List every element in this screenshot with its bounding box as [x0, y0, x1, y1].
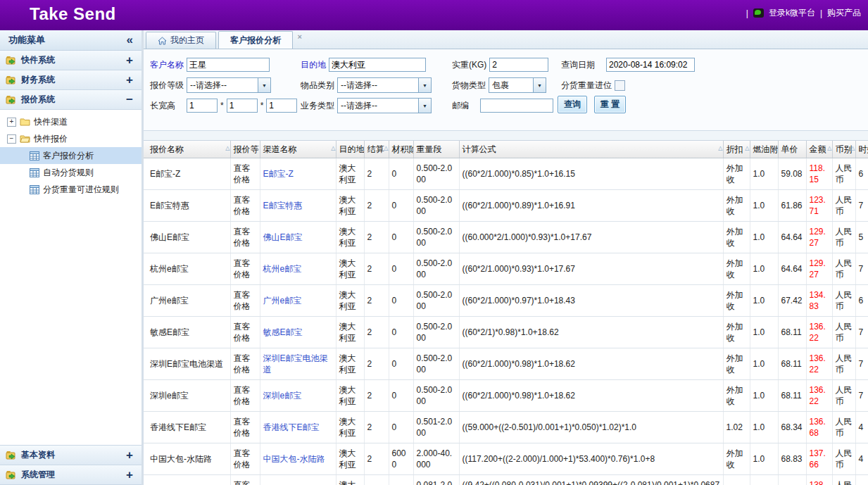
dropdown-arrow-icon[interactable]: ▼ [533, 78, 546, 92]
column-header-7[interactable]: 计算公式△ [459, 141, 723, 158]
tree-leaf-split-weight-carry-rules[interactable]: 分货重量可进位规则 [0, 181, 141, 198]
close-tab-icon[interactable]: × [298, 32, 302, 41]
expand-icon[interactable]: + [126, 468, 133, 482]
quote-level-cell: 直客价格 [230, 475, 260, 485]
column-header-11[interactable]: 金额△ [806, 141, 832, 158]
sidebar-section-express-system[interactable]: 快件系统 + [0, 51, 141, 70]
sidebar-header: 功能菜单 « [0, 30, 141, 51]
quote-level-select[interactable]: --请选择-- ▼ [187, 77, 271, 93]
fuel-surcharge-cell: 1.0 [750, 380, 778, 412]
sidebar-section-quote-system[interactable]: 报价系统 − [0, 90, 141, 110]
column-header-1[interactable]: 报价等 [230, 141, 260, 158]
column-header-4[interactable]: 结算△ [364, 141, 389, 158]
channel-link[interactable]: 香港线下E邮宝 [263, 422, 320, 432]
channel-link[interactable]: 杭州e邮宝 [263, 264, 302, 274]
dropdown-arrow-icon[interactable]: ▼ [418, 99, 431, 113]
channel-link[interactable]: 广州e邮宝 [263, 296, 302, 306]
column-label: 报价等 [234, 144, 259, 154]
height-input[interactable] [266, 99, 297, 113]
column-header-3[interactable]: 目的地△ [336, 141, 364, 158]
formula-cell: ((60*2/1.000)*0.85)*1.0+16.15 [459, 158, 723, 190]
channel-link-cell[interactable]: 佛山E邮宝 [260, 222, 336, 253]
channel-link-cell[interactable]: 中国大包-水陆路 [260, 443, 336, 475]
reset-button[interactable]: 重 置 [594, 96, 626, 113]
sort-icon[interactable]: △ [718, 145, 722, 151]
tree-expand-icon[interactable]: + [7, 118, 16, 127]
quote-name-cell: 香港线下E邮宝 [144, 412, 230, 443]
column-header-2[interactable]: 渠道名称△ [260, 141, 336, 158]
sort-icon[interactable]: △ [745, 145, 749, 151]
dropdown-arrow-icon[interactable]: ▼ [418, 78, 431, 92]
channel-link[interactable]: 敏感E邮宝 [263, 327, 303, 337]
column-header-12[interactable]: 币别△ [832, 141, 855, 158]
channel-link[interactable]: E邮宝-Z [263, 169, 294, 179]
channel-link-cell[interactable]: E邮宝-Z [260, 158, 336, 190]
settle-weight-cell: 2 [364, 443, 389, 475]
sort-icon[interactable]: △ [850, 145, 855, 151]
channel-link[interactable]: E邮宝特惠 [263, 201, 303, 210]
length-input[interactable] [187, 99, 218, 113]
weight-range-cell: 0.500-2.000 [413, 317, 459, 348]
query-date-input[interactable] [606, 58, 695, 72]
volume-divisor-cell: 0 [389, 190, 413, 222]
table-row: 敏感E邮宝直客价格敏感E邮宝澳大利亚200.500-2.000((60*2/1)… [144, 317, 868, 348]
fuel-surcharge-cell: 1.0 [750, 317, 778, 348]
sort-icon[interactable]: △ [331, 145, 335, 151]
channel-link-cell[interactable]: 佛山平邮 [260, 475, 336, 485]
discount-cell: 外加收 [723, 253, 750, 285]
collapse-sidebar-icon[interactable]: « [127, 33, 133, 47]
actual-weight-input[interactable] [489, 58, 548, 72]
channel-link-cell[interactable]: E邮宝特惠 [260, 190, 336, 222]
buy-product-link[interactable]: 购买产品 [827, 7, 861, 19]
column-header-5[interactable]: 材积除△ [389, 141, 413, 158]
width-input[interactable] [227, 99, 258, 113]
tree-collapse-icon[interactable]: − [7, 134, 16, 144]
tree-leaf-customer-quote-analysis[interactable]: 客户报价分析 [0, 147, 141, 164]
tab-customer-quote-analysis[interactable]: 客户报价分析 × [218, 31, 293, 49]
column-header-0[interactable]: 报价名称△ [144, 141, 230, 158]
column-header-6[interactable]: 重量段 [413, 141, 459, 158]
channel-link[interactable]: 佛山E邮宝 [263, 232, 303, 242]
sidebar-section-system-management[interactable]: 系统管理 + [0, 465, 141, 485]
collapse-icon[interactable]: − [126, 93, 133, 107]
sort-icon[interactable]: △ [359, 145, 363, 151]
column-header-9[interactable]: 燃油附加△ [750, 141, 778, 158]
channel-link-cell[interactable]: 深圳e邮宝 [260, 380, 336, 412]
sort-icon[interactable]: △ [773, 145, 777, 151]
tree-node-express-quote[interactable]: − 快件报价 [0, 130, 141, 147]
login-link[interactable]: 登录k微平台 [769, 7, 815, 19]
sort-icon[interactable]: △ [384, 145, 388, 151]
channel-link-cell[interactable]: 香港线下E邮宝 [260, 412, 336, 443]
expand-icon[interactable]: + [126, 53, 133, 68]
tree-node-express-channel[interactable]: + 快件渠道 [0, 113, 141, 130]
expand-icon[interactable]: + [126, 73, 133, 87]
channel-link[interactable]: 深圳e邮宝 [263, 391, 302, 401]
channel-link-cell[interactable]: 杭州e邮宝 [260, 253, 336, 285]
business-type-select[interactable]: --请选择-- ▼ [337, 98, 432, 113]
customer-name-input[interactable] [187, 58, 270, 72]
sidebar-section-finance-system[interactable]: 财务系统 + [0, 70, 141, 90]
split-weight-carry-checkbox[interactable] [615, 80, 625, 91]
column-header-13[interactable]: 时效 [855, 141, 868, 158]
postcode-input[interactable] [480, 99, 553, 113]
channel-link-cell[interactable]: 广州e邮宝 [260, 285, 336, 317]
channel-link[interactable]: 中国大包-水陆路 [263, 454, 325, 464]
search-button[interactable]: 查询 [558, 96, 587, 113]
column-header-8[interactable]: 折扣△ [723, 141, 750, 158]
tab-home[interactable]: 我的主页 [146, 32, 216, 49]
item-category-select[interactable]: --请选择-- ▼ [337, 77, 432, 93]
channel-link-cell[interactable]: 敏感E邮宝 [260, 317, 336, 348]
channel-link[interactable]: 深圳E邮宝电池渠道 [263, 353, 328, 374]
sort-icon[interactable]: △ [827, 145, 831, 151]
destination-input[interactable] [329, 58, 426, 72]
expand-icon[interactable]: + [126, 448, 133, 462]
dropdown-arrow-icon[interactable]: ▼ [258, 78, 270, 92]
tree-leaf-auto-split-rules[interactable]: 自动分货规则 [0, 164, 141, 181]
column-header-10[interactable]: 单价 [778, 141, 806, 158]
sort-icon[interactable]: △ [408, 145, 413, 151]
sort-icon[interactable]: △ [225, 145, 229, 151]
sidebar-section-basic-data[interactable]: 基本资料 + [0, 445, 141, 465]
quote-name-cell: 敏感E邮宝 [144, 317, 230, 348]
cargo-type-select[interactable]: 包裹 ▼ [489, 77, 546, 93]
channel-link-cell[interactable]: 深圳E邮宝电池渠道 [260, 348, 336, 380]
